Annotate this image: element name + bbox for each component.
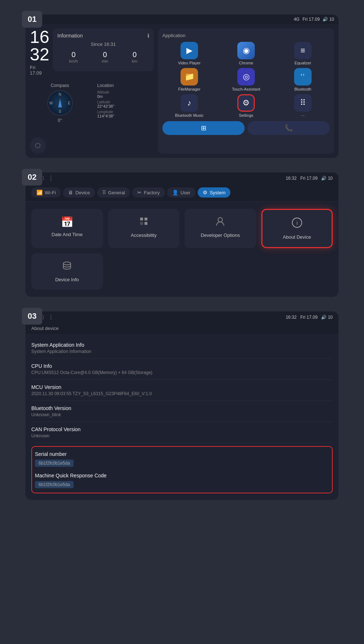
compass-title: Compass [33, 83, 86, 88]
step-2-container: 02 ◁ □ ⋮ 16:32 Fri 17.09 🔊 10 📶 Wi-Fi 🖥 [25, 172, 339, 297]
topbar-1: 4G Fri 17.09 🔊 10 [25, 15, 339, 24]
about-device-content: System Application Info System Applicati… [25, 334, 339, 500]
bottom-bar: ⊞ 📞 [162, 121, 330, 135]
qr-code-value: 6b1f2fc0b1e5da [35, 481, 74, 488]
signal-display-3: Fri 17.09 [300, 315, 317, 320]
card-about-device[interactable]: i About Device [261, 209, 333, 248]
tab-factory[interactable]: ✂ Factory [132, 187, 165, 198]
longitude-value: 114°4'38" [97, 114, 150, 118]
volume-display-2: 🔊 10 [321, 176, 333, 181]
mcu-version-value: 2020.11.30 09:03:55 TZY_S3_L6315_G23P48F… [31, 391, 333, 396]
wifi-tab-label: Wi-Fi [45, 190, 56, 195]
svg-point-4 [218, 218, 222, 222]
tab-system[interactable]: ⚙ System [198, 187, 230, 198]
signal-icon: 4G [294, 17, 300, 22]
time-display-2: 16:32 [286, 176, 297, 181]
step-1-number: 01 [22, 11, 42, 28]
compass-needle [58, 99, 62, 107]
qr-button[interactable]: ⊞ [162, 121, 245, 135]
info-header: Information ℹ [57, 33, 149, 39]
date-time-icon: 📅 [61, 216, 74, 228]
highlighted-info-group: Serial number 6b1f2fc0b1e5da Machine Qui… [31, 446, 333, 493]
accessibility-icon [139, 216, 149, 229]
menu-dots-icon-3[interactable]: ⋮ [48, 314, 54, 321]
info-icon: ℹ [147, 33, 149, 39]
info-panel: Information ℹ Since 16:31 0 km/h 0 min [53, 28, 154, 71]
altitude-value: 0m [97, 94, 150, 99]
user-tab-label: User [181, 190, 190, 195]
card-date-time[interactable]: 📅 Date And Time [31, 209, 103, 248]
system-tab-label: System [210, 190, 225, 195]
mcu-version-title: MCU Version [31, 384, 333, 390]
settings-label: Settings [239, 113, 253, 118]
topbar-right-3: 16:32 Fri 17.09 🔊 10 [286, 315, 333, 320]
tab-device[interactable]: 🖥 Device [63, 187, 95, 198]
bluetooth-music-label: Bluetooth Music [175, 113, 203, 118]
screen-2: ◁ □ ⋮ 16:32 Fri 17.09 🔊 10 📶 Wi-Fi 🖥 Dev… [25, 172, 339, 297]
equalizer-icon: ≡ [294, 42, 312, 59]
clock-minute: 32 [30, 46, 49, 63]
svg-rect-1 [145, 218, 147, 220]
cpu-info-title: CPU Info [31, 363, 333, 369]
compass-e: E [68, 101, 71, 105]
screen-1: 4G Fri 17.09 🔊 10 16 32 Fri 17.09 [25, 15, 339, 158]
qr-code-item: Machine Quick Response Code 6b1f2fc0b1e5… [35, 470, 329, 491]
card-developer-options[interactable]: Developer Options [185, 209, 256, 248]
device-info-label: Device Info [55, 277, 79, 282]
tab-general[interactable]: ⠿ General [97, 187, 130, 198]
app-bluetooth[interactable]: ʿʿ Bluetooth [276, 68, 330, 91]
user-tab-icon: 👤 [172, 190, 178, 195]
sys-app-info-value: System Application Information [31, 349, 333, 354]
time-display-3: 16:32 [286, 315, 297, 320]
app-chrome[interactable]: ◉ Chrome [219, 42, 273, 65]
tab-wifi[interactable]: 📶 Wi-Fi [31, 187, 61, 198]
volume-display-3: 🔊 10 [321, 315, 333, 320]
bt-version-title: Bluetooth Version [31, 405, 333, 411]
chrome-icon: ◉ [237, 42, 255, 59]
topbar-2: ◁ □ ⋮ 16:32 Fri 17.09 🔊 10 [25, 172, 339, 184]
stat-min: 0 min [102, 51, 108, 63]
device-tab-label: Device [75, 190, 90, 195]
tab-user[interactable]: 👤 User [167, 187, 195, 198]
cpu-info-value: CPU:UMS512 Octa-Core@4.0 GB(Memory) + 64… [31, 370, 333, 375]
card-accessibility[interactable]: Accessibility [108, 209, 180, 248]
bt-version-value: Unknown_blink [31, 412, 333, 417]
compass-s: S [59, 110, 61, 114]
svg-rect-2 [140, 222, 143, 225]
app-grid: ▶ Video Player ◉ Chrome ≡ Equalizer [162, 42, 330, 118]
app-equalizer[interactable]: ≡ Equalizer [276, 42, 330, 65]
app-touch-assistant[interactable]: ◎ Touch-Assistant [219, 68, 273, 91]
screen-3: ◁ □ ⋮ 16:32 Fri 17.09 🔊 10 About device … [25, 311, 339, 500]
filemanager-label: FileManager [178, 87, 200, 91]
step-2-number: 02 [22, 169, 42, 186]
app-settings[interactable]: ⚙ Settings [219, 94, 273, 118]
menu-dots-icon[interactable]: ⋮ [48, 175, 54, 182]
svg-point-7 [63, 262, 71, 265]
can-protocol-item: CAN Protocol Version Unknown [31, 422, 333, 443]
accessibility-label: Accessibility [131, 232, 157, 238]
card-device-info[interactable]: Device Info [31, 253, 103, 290]
app-video-player[interactable]: ▶ Video Player [162, 42, 216, 65]
device-tab-icon: 🖥 [68, 190, 73, 195]
app-more[interactable]: ⠿ ··· [276, 94, 330, 118]
app-filemanager[interactable]: 📁 FileManager [162, 68, 216, 91]
compass-widget: Compass N S W E 0° [30, 79, 90, 127]
stats-row: 0 km/h 0 min 0 km [57, 51, 149, 63]
breadcrumb: About device [25, 323, 339, 334]
info-title: Information [57, 33, 83, 39]
clock-row: 16 32 Fri 17.09 Information ℹ Sinc [30, 28, 154, 76]
time-display-1: Fri 17.09 [302, 17, 320, 22]
mcu-version-item: MCU Version 2020.11.30 09:03:55 TZY_S3_L… [31, 380, 333, 401]
location-widget: Location Altitude 0m Latitude 22°42'38" … [94, 79, 154, 127]
clock-hour: 16 [30, 28, 49, 46]
step-3-number: 03 [22, 308, 42, 325]
bluetooth-music-icon: ♪ [181, 94, 198, 112]
step-3-container: 03 ◁ □ ⋮ 16:32 Fri 17.09 🔊 10 About devi… [25, 311, 339, 500]
general-tab-label: General [108, 190, 125, 195]
bluetooth-label: Bluetooth [294, 87, 311, 91]
sys-app-info-title: System Application Info [31, 342, 333, 348]
app-bluetooth-music[interactable]: ♪ Bluetooth Music [162, 94, 216, 118]
cube-icon[interactable]: ⬡ [30, 138, 46, 154]
serial-number-item: Serial number 6b1f2fc0b1e5da [35, 448, 329, 470]
phone-button[interactable]: 📞 [248, 121, 330, 135]
